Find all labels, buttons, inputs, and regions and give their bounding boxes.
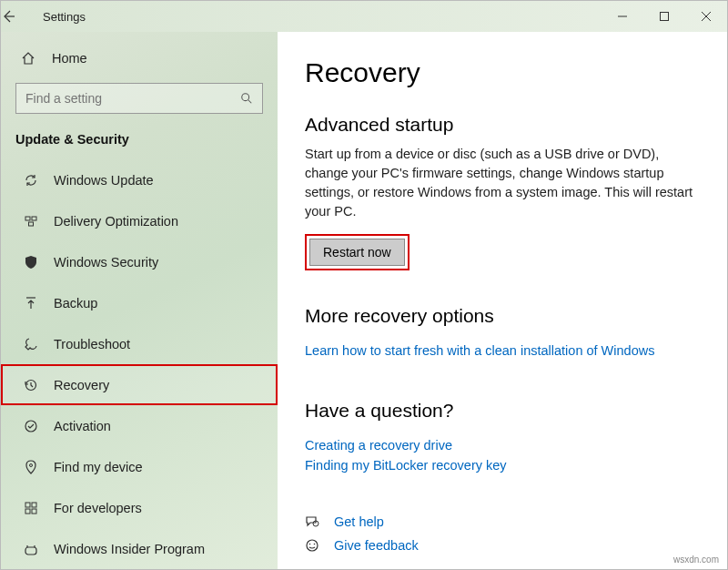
sidebar-item-label: Troubleshoot (54, 337, 130, 351)
page-title: Recovery (305, 57, 700, 88)
sidebar-item-label: Windows Update (54, 173, 154, 188)
svg-line-5 (248, 100, 252, 104)
chat-icon (305, 514, 321, 529)
sidebar-item-windows-update[interactable]: Windows Update (1, 159, 278, 200)
sidebar-item-label: Windows Security (54, 255, 158, 270)
backup-icon (23, 296, 39, 310)
svg-point-10 (25, 421, 36, 432)
svg-point-18 (307, 540, 318, 551)
sync-icon (23, 173, 39, 188)
sidebar-item-delivery-optimization[interactable]: Delivery Optimization (1, 200, 278, 241)
svg-point-11 (30, 463, 33, 466)
search-box[interactable] (15, 83, 263, 114)
delivery-icon (23, 214, 39, 229)
search-icon (240, 92, 253, 105)
troubleshoot-icon (23, 337, 39, 351)
sidebar-item-activation[interactable]: Activation (1, 405, 278, 446)
sidebar-item-for-developers[interactable]: For developers (1, 487, 278, 528)
sidebar-item-label: Activation (54, 419, 111, 433)
svg-point-4 (242, 94, 249, 101)
sidebar: Home Update & Security Windows Update (1, 32, 278, 569)
sidebar-item-backup[interactable]: Backup (1, 282, 278, 323)
sidebar-item-windows-insider[interactable]: Windows Insider Program (1, 528, 278, 569)
sidebar-item-recovery[interactable]: Recovery (1, 364, 278, 405)
svg-rect-13 (32, 503, 36, 507)
sidebar-category: Update & Security (1, 127, 278, 159)
svg-point-19 (309, 544, 311, 545)
svg-rect-12 (25, 503, 30, 507)
svg-point-20 (314, 544, 316, 545)
home-label: Home (52, 51, 87, 66)
svg-rect-1 (661, 13, 669, 21)
minimize-button[interactable] (602, 1, 643, 32)
svg-rect-7 (32, 217, 36, 220)
get-help-row[interactable]: Get help (305, 514, 700, 529)
home-icon (21, 51, 37, 66)
window-title: Settings (43, 10, 86, 24)
give-feedback-row[interactable]: Give feedback (305, 538, 700, 553)
have-question-title: Have a question? (305, 400, 700, 422)
search-input[interactable] (25, 91, 240, 106)
maximize-button[interactable] (643, 1, 685, 32)
back-button[interactable] (1, 9, 43, 24)
feedback-icon (305, 538, 321, 553)
restart-highlight: Restart now (305, 234, 410, 270)
sidebar-item-troubleshoot[interactable]: Troubleshoot (1, 323, 278, 364)
content-area: Recovery Advanced startup Start up from … (278, 32, 727, 569)
start-fresh-link[interactable]: Learn how to start fresh with a clean in… (305, 343, 700, 358)
restart-now-button[interactable]: Restart now (309, 239, 405, 266)
sidebar-item-windows-security[interactable]: Windows Security (1, 241, 278, 282)
sidebar-item-label: Windows Insider Program (54, 542, 205, 556)
titlebar: Settings (1, 1, 727, 32)
sidebar-item-label: Delivery Optimization (54, 214, 178, 229)
sidebar-item-label: Find my device (54, 460, 143, 474)
sidebar-item-label: Recovery (54, 378, 109, 392)
sidebar-home[interactable]: Home (1, 39, 278, 77)
recovery-drive-link[interactable]: Creating a recovery drive (305, 438, 700, 453)
svg-rect-14 (25, 509, 30, 514)
svg-rect-16 (25, 547, 36, 555)
watermark: wsxdn.com (673, 555, 719, 565)
bitlocker-link[interactable]: Finding my BitLocker recovery key (305, 458, 700, 473)
sidebar-item-find-my-device[interactable]: Find my device (1, 446, 278, 487)
more-recovery-title: More recovery options (305, 305, 700, 327)
advanced-startup-desc: Start up from a device or disc (such as … (305, 145, 700, 221)
developers-icon (23, 501, 39, 515)
sidebar-item-label: Backup (54, 296, 97, 310)
give-feedback-link[interactable]: Give feedback (334, 538, 419, 553)
get-help-link[interactable]: Get help (334, 514, 384, 529)
location-icon (23, 460, 39, 474)
close-button[interactable] (685, 1, 727, 32)
shield-icon (23, 255, 39, 270)
svg-rect-8 (29, 222, 34, 226)
advanced-startup-title: Advanced startup (305, 114, 700, 136)
activation-icon (23, 419, 39, 433)
svg-rect-15 (32, 509, 36, 514)
svg-rect-6 (25, 217, 30, 220)
recovery-icon (23, 378, 39, 392)
sidebar-item-label: For developers (54, 501, 142, 515)
insider-icon (23, 542, 39, 556)
